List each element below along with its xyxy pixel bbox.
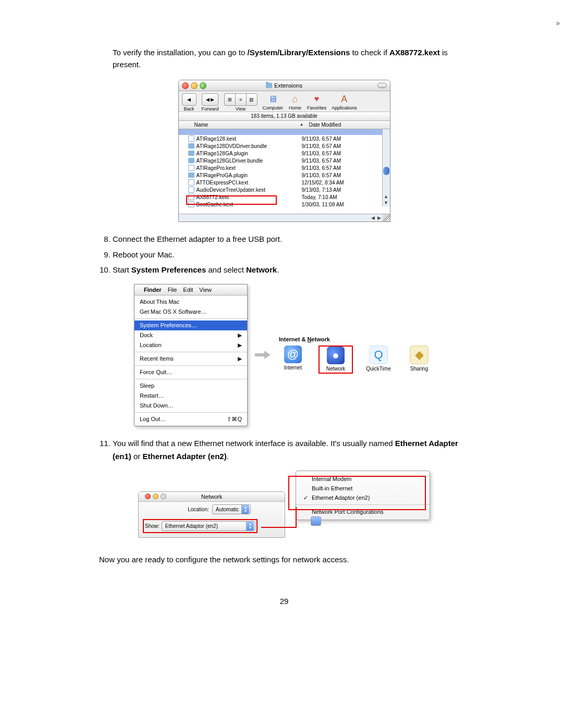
kext-icon (188, 187, 194, 193)
annotation-connector (296, 507, 297, 527)
menu-forcequit[interactable]: Force Quit… (134, 367, 247, 377)
pref-network[interactable]: ●Network (321, 347, 351, 372)
scroll-down-icon[interactable]: ▼ (383, 200, 390, 206)
highlight-annotation: Show: Ethernet Adaptor (en2)▴▾ (143, 519, 258, 533)
forward-label: Forward (202, 106, 219, 112)
menu-restart[interactable]: Restart… (134, 391, 247, 401)
highlight-annotation: ●Network (319, 346, 353, 374)
arrow-right-icon (255, 351, 271, 359)
step10-illustration: Finder File Edit View About This Mac Get… (99, 284, 469, 426)
instruction-list: You will find that a new Ethernet networ… (99, 437, 469, 463)
column-headers[interactable]: Name▲ Date Modified (179, 121, 390, 129)
menu-location[interactable]: Location▶ (134, 340, 247, 350)
finder-statusbar: 183 items, 1.13 GB available (179, 112, 390, 121)
intro-paragraph: To verify the installation, you can go t… (113, 47, 469, 70)
menu-shutdown[interactable]: Shut Down… (134, 401, 247, 411)
show-select[interactable]: Ethernet Adaptor (en2)▴▾ (162, 521, 255, 531)
applications-label: Applications (332, 105, 357, 110)
scroll-up-icon[interactable]: ▲ (383, 194, 390, 200)
menu-view[interactable]: View (199, 287, 212, 293)
menu-separator (134, 412, 247, 413)
menu-recent[interactable]: Recent Items▶ (134, 354, 247, 364)
menu-about[interactable]: About This Mac (134, 297, 247, 307)
finder-titlebar: Extensions (179, 80, 390, 91)
vertical-scrollbar[interactable]: ▲ ▼ (382, 129, 390, 206)
kext-icon (188, 179, 194, 186)
resize-grip-icon[interactable] (383, 214, 390, 221)
finder-window: Extensions ◀Back ◀ ▶Forward ⊞≡▥View 🖥Com… (178, 80, 390, 222)
menu-file[interactable]: File (168, 287, 177, 293)
highlight-annotation (288, 476, 426, 510)
document-page: To verify the installation, you can go t… (0, 0, 563, 637)
home-icon[interactable]: ⌂ (288, 93, 302, 105)
prefs-section-title: Internet & Network (278, 336, 434, 342)
pref-quicktime[interactable]: QQuickTime (363, 346, 394, 372)
kext-icon (188, 194, 194, 200)
apple-menu: Finder File Edit View About This Mac Get… (134, 284, 248, 426)
table-row[interactable]: ATIRage128GA.plugin9/11/03, 6:57 AM (179, 150, 383, 157)
menu-sysprefs[interactable]: System Preferences… (134, 320, 247, 330)
menu-dock[interactable]: Dock▶ (134, 330, 247, 340)
annotation-connector (261, 527, 297, 528)
table-row[interactable]: AX88772.kextToday, 7:10 AM (179, 193, 383, 201)
minimize-icon[interactable] (153, 493, 158, 499)
network-icon: ● (327, 347, 345, 364)
kext-icon (188, 135, 194, 142)
menu-edit[interactable]: Edit (183, 287, 193, 293)
toolbar-toggle-icon[interactable] (377, 83, 387, 88)
table-row[interactable]: ATIRageProGA.plugin9/11/03, 6:57 AM (179, 171, 383, 179)
intro-path: /System/Library/Extensions (247, 48, 350, 57)
scroll-thumb[interactable] (383, 167, 389, 175)
table-row[interactable]: ATIRage128DVDDriver.bundle9/11/03, 6:57 … (179, 142, 383, 150)
view-segmented[interactable]: ⊞≡▥ (224, 93, 258, 106)
applications-icon[interactable]: A (337, 93, 351, 105)
computer-icon[interactable]: 🖥 (266, 93, 279, 105)
menu-sleep[interactable]: Sleep (134, 381, 247, 391)
bundle-icon (188, 143, 194, 149)
plugin-icon (188, 151, 194, 156)
horizontal-scrollbar[interactable]: ◀ ▶ (179, 214, 390, 221)
scroll-left-icon[interactable]: ◀ (370, 214, 376, 221)
step-11: You will find that a new Ethernet networ… (113, 437, 469, 463)
col-date-label: Date Modified (307, 122, 390, 128)
col-name-label: Name (194, 122, 209, 128)
favorites-icon[interactable]: ♥ (310, 93, 324, 105)
menu-logout[interactable]: Log Out…⇧⌘Q (134, 414, 247, 424)
table-row[interactable]: BootCache.kext1/30/03, 11:08 AM (179, 201, 383, 208)
favorites-label: Favorites (307, 105, 326, 110)
back-button[interactable]: ◀ (182, 93, 197, 106)
dropdown-stepper-icon[interactable] (311, 516, 321, 526)
table-row[interactable]: ATTOExpressPCI.kext12/15/02, 8:34 AM (179, 179, 383, 186)
page-number: 29 (99, 597, 469, 606)
menu-separator (134, 352, 247, 352)
computer-label: Computer (263, 105, 284, 110)
network-titlebar: Network (139, 492, 285, 502)
bundle-icon (188, 158, 194, 163)
submenu-arrow-icon: ▶ (238, 355, 242, 362)
traffic-lights (145, 493, 166, 499)
plugin-icon (188, 172, 194, 178)
closing-paragraph: Now you are ready to configure the netwo… (99, 554, 469, 566)
step-10: Start System Preferences and select Netw… (113, 263, 469, 277)
table-row[interactable]: ATIRagePro.kext9/11/03, 6:57 AM (179, 164, 383, 171)
intro-pre: To verify the installation, you can go t… (113, 48, 247, 57)
table-row[interactable]: ATIRage128.kext9/11/03, 6:57 AM (179, 135, 383, 142)
home-label: Home (289, 105, 301, 110)
location-label: Location: (173, 507, 209, 512)
location-select[interactable]: Automatic▴▾ (212, 504, 251, 514)
forward-button[interactable]: ◀ ▶ (202, 93, 218, 106)
view-label: View (236, 106, 246, 112)
menu-finder[interactable]: Finder (144, 287, 162, 293)
pref-sharing[interactable]: ◆Sharing (404, 346, 434, 372)
finder-title-text: Extensions (274, 82, 302, 89)
sharing-icon: ◆ (410, 346, 429, 364)
step-8: Connect the Ethernet adapter to a free U… (113, 232, 469, 246)
table-row[interactable]: AudioDeviceTreeUpdater.kext9/13/03, 7:13… (179, 186, 383, 193)
menu-getsw[interactable]: Get Mac OS X Software… (134, 307, 247, 317)
pref-internet[interactable]: @Internet (278, 346, 308, 371)
menu-separator (134, 318, 247, 319)
scroll-right-icon[interactable]: ▶ (376, 214, 383, 221)
table-row[interactable]: ATIRage128GLDriver.bundle9/11/03, 6:57 A… (179, 157, 383, 164)
close-icon[interactable] (145, 493, 151, 499)
file-list[interactable]: ATIRage128.kext9/11/03, 6:57 AM ATIRage1… (179, 129, 390, 214)
